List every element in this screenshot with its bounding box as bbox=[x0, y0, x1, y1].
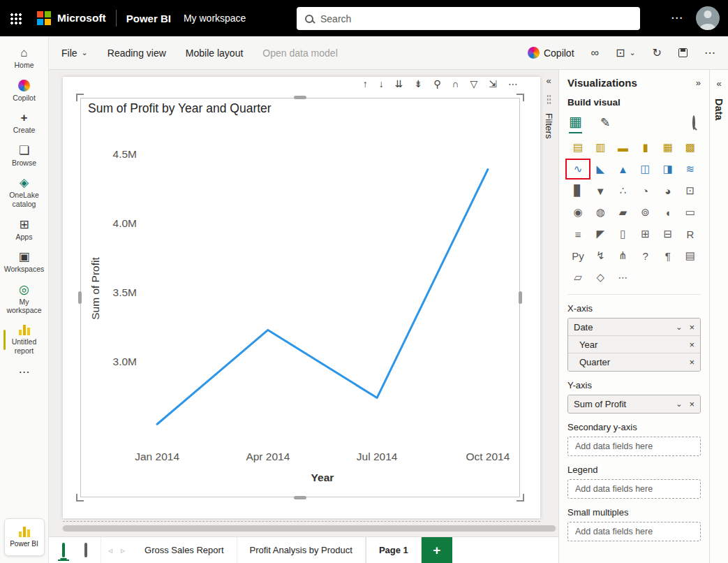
explore-icon[interactable]: ∞ bbox=[591, 47, 599, 59]
small-multiples-drop-zone[interactable]: Add data fields here bbox=[567, 522, 701, 541]
nav-item-untitled-report[interactable]: Untitled report bbox=[0, 320, 48, 360]
ribbon-chart-icon[interactable]: ≋ bbox=[680, 161, 701, 177]
decomposition-tree-icon[interactable]: ⋔ bbox=[612, 247, 633, 264]
field-pill-year[interactable]: Year× bbox=[568, 336, 700, 353]
mobile-layout-view-button[interactable] bbox=[82, 541, 89, 560]
expand-next-level-icon[interactable]: ⇊ bbox=[395, 79, 403, 89]
remove-field-icon[interactable]: × bbox=[689, 322, 694, 332]
waterfall-chart-icon[interactable]: ▊ bbox=[567, 182, 588, 199]
remove-field-icon[interactable]: × bbox=[689, 339, 694, 350]
data-pane-title[interactable]: Data bbox=[713, 98, 725, 120]
chevron-down-icon[interactable]: ⌄ bbox=[676, 323, 682, 332]
paginated-report-icon[interactable]: ▤ bbox=[680, 247, 701, 264]
filters-pane-title[interactable]: Filters bbox=[544, 113, 554, 139]
analytics-tab[interactable] bbox=[692, 117, 695, 132]
format-visual-tab[interactable]: ✎ bbox=[600, 117, 610, 132]
pie-chart-icon[interactable]: ◔ bbox=[634, 182, 655, 199]
field-pill-sum-of-profit[interactable]: Sum of Profit⌄× bbox=[568, 395, 700, 413]
expand-filters-icon[interactable]: « bbox=[546, 75, 551, 86]
chevron-down-icon[interactable]: ⌄ bbox=[676, 400, 682, 409]
expand-all-levels-icon[interactable]: ⇟ bbox=[414, 79, 422, 89]
field-pill-quarter[interactable]: Quarter× bbox=[568, 353, 700, 371]
smart-narrative-icon[interactable]: ¶ bbox=[658, 247, 678, 264]
100-stacked-bar-chart-icon[interactable]: ▦ bbox=[658, 139, 678, 156]
add-page-button[interactable]: + bbox=[422, 537, 452, 563]
account-avatar[interactable] bbox=[696, 6, 720, 30]
secondary-y-axis-drop-zone[interactable]: Add data fields here bbox=[567, 437, 701, 456]
profit-line-chart-visual[interactable]: ↑↓⇊⇟⚲∩▽⇲⋯ Sum of Profit by Year and Quar… bbox=[80, 98, 520, 497]
line-and-clustered-column-chart-icon[interactable]: ◨ bbox=[658, 161, 678, 177]
resize-handle-bottom-left[interactable] bbox=[76, 494, 84, 502]
filled-map-icon[interactable]: ◍ bbox=[590, 204, 611, 221]
waffle-menu-icon[interactable] bbox=[10, 13, 22, 24]
page-tab-page-1[interactable]: Page 1 bbox=[366, 537, 422, 563]
nav-item-browse[interactable]: ❏ Browse bbox=[0, 140, 48, 173]
area-chart-icon[interactable]: ◣ bbox=[590, 161, 611, 177]
map-icon[interactable]: ◉ bbox=[567, 204, 588, 221]
next-page-icon[interactable]: ▹ bbox=[121, 546, 125, 555]
topbar-more-options-icon[interactable]: ⋯ bbox=[671, 10, 683, 25]
report-page[interactable]: ↑↓⇊⇟⚲∩▽⇲⋯ Sum of Profit by Year and Quar… bbox=[63, 77, 540, 518]
build-visual-tab[interactable]: ▦ bbox=[569, 115, 582, 133]
clustered-column-chart-icon[interactable]: ▮ bbox=[634, 139, 655, 156]
r-script-visual-icon[interactable]: R bbox=[680, 226, 701, 242]
key-influencers-icon[interactable]: ↯ bbox=[590, 247, 611, 264]
resize-handle-top-right[interactable] bbox=[517, 94, 524, 101]
nav-item-onelake-catalog[interactable]: ◈ OneLake catalog bbox=[0, 172, 48, 213]
nav-item-my-workspace[interactable]: ◎ My workspace bbox=[0, 279, 48, 320]
clustered-bar-chart-icon[interactable]: ▬ bbox=[612, 139, 633, 156]
save-icon[interactable] bbox=[678, 48, 688, 57]
kpi-icon[interactable]: ◤ bbox=[590, 226, 611, 242]
more-visuals-icon[interactable]: ⋯ bbox=[612, 269, 633, 286]
workspace-name[interactable]: My workspace bbox=[184, 13, 246, 24]
stacked-area-chart-icon[interactable]: ▲ bbox=[612, 161, 633, 177]
export-button[interactable]: ⊡ ⌄ bbox=[616, 47, 636, 59]
resize-handle-top[interactable] bbox=[294, 96, 306, 99]
nav-item-apps[interactable]: ⊞ Apps bbox=[0, 214, 48, 247]
line-chart-icon[interactable]: ∿ bbox=[567, 161, 588, 177]
mobile-layout-button[interactable]: Mobile layout bbox=[186, 47, 244, 59]
copilot-button[interactable]: Copilot bbox=[528, 47, 574, 59]
collapse-visualizations-icon[interactable]: » bbox=[696, 78, 701, 88]
global-search-box[interactable] bbox=[297, 7, 640, 30]
resize-handle-top-left[interactable] bbox=[76, 94, 84, 101]
file-menu-button[interactable]: File ⌄ bbox=[61, 47, 88, 59]
web-layout-view-button[interactable] bbox=[60, 541, 67, 560]
funnel-chart-icon[interactable]: ▼ bbox=[590, 182, 611, 199]
nav-item-workspaces[interactable]: ▣ Workspaces bbox=[0, 246, 48, 279]
scatter-chart-icon[interactable]: ∴ bbox=[612, 182, 633, 199]
100-stacked-column-chart-icon[interactable]: ▩ bbox=[680, 139, 701, 156]
multi-row-card-icon[interactable]: ≡ bbox=[567, 226, 588, 242]
expand-data-pane-icon[interactable]: « bbox=[716, 78, 721, 89]
page-tab-profit-analysis-by-product[interactable]: Profit Analysis by Product bbox=[237, 537, 366, 563]
field-pill-date[interactable]: Date⌄× bbox=[568, 319, 700, 336]
line-and-stacked-column-chart-icon[interactable]: ◫ bbox=[634, 161, 655, 177]
shape-map-icon[interactable]: ▰ bbox=[612, 204, 633, 221]
resize-handle-bottom[interactable] bbox=[294, 496, 306, 499]
pin-visual-icon[interactable]: ⚲ bbox=[433, 79, 440, 89]
matrix-icon[interactable]: ⊟ bbox=[658, 226, 678, 242]
resize-handle-bottom-right[interactable] bbox=[517, 494, 524, 502]
card-icon[interactable]: ▭ bbox=[680, 204, 701, 221]
slicer-icon[interactable]: ▯ bbox=[612, 226, 633, 242]
resize-handle-right[interactable] bbox=[519, 291, 522, 304]
power-apps-visual-icon[interactable]: ▱ bbox=[567, 269, 588, 286]
nav-item-create[interactable]: + Create bbox=[0, 107, 48, 140]
ribbon-more-options-icon[interactable]: ⋯ bbox=[704, 47, 715, 59]
resize-handle-left[interactable] bbox=[78, 291, 82, 304]
search-input[interactable] bbox=[320, 13, 632, 24]
gauge-icon[interactable]: ◖ bbox=[658, 204, 678, 221]
set-alert-icon[interactable]: ∩ bbox=[452, 79, 459, 89]
stacked-bar-chart-icon[interactable]: ▤ bbox=[567, 139, 588, 156]
nav-item-home[interactable]: ⌂ Home bbox=[0, 42, 48, 75]
reading-view-button[interactable]: Reading view bbox=[107, 47, 166, 59]
filter-icon[interactable]: ▽ bbox=[470, 79, 477, 89]
page-tab-gross-sales-report[interactable]: Gross Sales Report bbox=[132, 537, 237, 563]
stacked-column-chart-icon[interactable]: ▥ bbox=[590, 139, 611, 156]
treemap-icon[interactable]: ⊡ bbox=[680, 182, 701, 199]
remove-field-icon[interactable]: × bbox=[689, 357, 694, 367]
legend-drop-zone[interactable]: Add data fields here bbox=[567, 479, 701, 499]
python-visual-icon[interactable]: Py bbox=[567, 247, 588, 264]
table-icon[interactable]: ⊞ bbox=[634, 226, 655, 242]
filters-drag-handle[interactable] bbox=[547, 94, 551, 105]
